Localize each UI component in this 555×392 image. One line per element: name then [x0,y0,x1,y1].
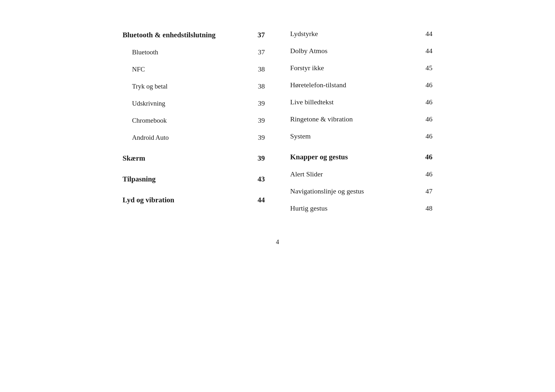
knapper-section: Knapper og gestus 46 Alert Slider 46 Nav… [290,147,433,217]
bluetooth-header-page: 37 [256,31,265,39]
alert-label: Alert Slider [290,170,323,178]
navigationslinje-label: Navigationslinje og gestus [290,187,364,195]
tryk-item-page: 38 [256,82,265,90]
navigationslinje-page: 47 [423,187,433,195]
forstyr-row: Forstyr ikke 45 [290,59,433,77]
system-label: System [290,132,311,140]
toc-table: Bluetooth & enhedstilslutning 37 Bluetoo… [123,25,433,219]
hurtig-page: 48 [423,204,433,212]
android-item-page: 39 [256,133,265,142]
skaerm-header-label: Skærm [123,154,145,162]
alert-page: 46 [423,170,433,178]
android-item-row: Android Auto 39 [123,129,265,146]
forstyr-label: Forstyr ikke [290,64,324,72]
udskrivning-item-label: Udskrivning [123,100,165,107]
navigationslinje-row: Navigationslinje og gestus 47 [290,183,433,200]
skaerm-section: Skærm 39 [123,149,265,167]
tryk-item-label: Tryk og betal [123,83,168,90]
left-column: Bluetooth & enhedstilslutning 37 Bluetoo… [123,25,265,219]
bluetooth-item-page: 37 [256,48,265,56]
nfc-item-row: NFC 38 [123,61,265,78]
lyd-section: Lyd og vibration 44 [123,190,265,209]
lydstyrke-label: Lydstyrke [290,30,318,38]
alert-row: Alert Slider 46 [290,166,433,183]
chromebook-item-page: 39 [256,116,265,125]
udskrivning-item-page: 39 [256,99,265,107]
lyd-items-section: Lydstyrke 44 Dolby Atmos 44 Forstyr ikke… [290,25,433,145]
lyd-header-page: 44 [256,196,265,204]
bluetooth-item-label: Bluetooth [123,48,158,56]
udskrivning-item-row: Udskrivning 39 [123,95,265,112]
chromebook-item-row: Chromebook 39 [123,112,265,129]
lyd-header-row: Lyd og vibration 44 [123,190,265,209]
chromebook-item-label: Chromebook [123,117,167,125]
system-page: 46 [423,132,433,140]
bluetooth-section: Bluetooth & enhedstilslutning 37 Bluetoo… [123,25,265,146]
knapper-header-label: Knapper og gestus [290,153,348,161]
ringetone-label: Ringetone & vibration [290,115,353,123]
live-row: Live billedtekst 46 [290,94,433,111]
android-item-label: Android Auto [123,134,169,142]
nfc-item-page: 38 [256,65,265,73]
right-column: Lydstyrke 44 Dolby Atmos 44 Forstyr ikke… [290,25,433,219]
knapper-header-row: Knapper og gestus 46 [290,147,433,166]
nfc-item-label: NFC [123,65,145,73]
skaerm-header-page: 39 [256,154,265,162]
hurtig-label: Hurtig gestus [290,204,328,212]
forstyr-page: 45 [423,64,433,72]
system-row: System 46 [290,128,433,145]
dolby-row: Dolby Atmos 44 [290,42,433,59]
bluetooth-header-row: Bluetooth & enhedstilslutning 37 [123,25,265,44]
horetelefon-label: Høretelefon-tilstand [290,81,346,89]
tilpasning-header-label: Tilpasning [123,175,156,183]
lyd-header-label: Lyd og vibration [123,196,175,204]
tilpasning-section: Tilpasning 43 [123,169,265,188]
tilpasning-header-row: Tilpasning 43 [123,169,265,188]
page-number: 4 [123,238,433,246]
tryk-item-row: Tryk og betal 38 [123,78,265,95]
knapper-header-page: 46 [423,153,433,161]
lydstyrke-row: Lydstyrke 44 [290,25,433,42]
tilpasning-header-page: 43 [256,175,265,183]
skaerm-header-row: Skærm 39 [123,149,265,167]
bluetooth-header-label: Bluetooth & enhedstilslutning [123,31,216,39]
bluetooth-item-row: Bluetooth 37 [123,44,265,61]
horetelefon-page: 46 [423,81,433,89]
dolby-page: 44 [423,47,433,55]
horetelefon-row: Høretelefon-tilstand 46 [290,77,433,94]
ringetone-page: 46 [423,115,433,123]
lydstyrke-page: 44 [423,30,433,38]
page-container: Bluetooth & enhedstilslutning 37 Bluetoo… [104,0,452,271]
live-label: Live billedtekst [290,98,334,106]
ringetone-row: Ringetone & vibration 46 [290,111,433,128]
hurtig-row: Hurtig gestus 48 [290,200,433,217]
dolby-label: Dolby Atmos [290,47,328,55]
live-page: 46 [423,98,433,106]
